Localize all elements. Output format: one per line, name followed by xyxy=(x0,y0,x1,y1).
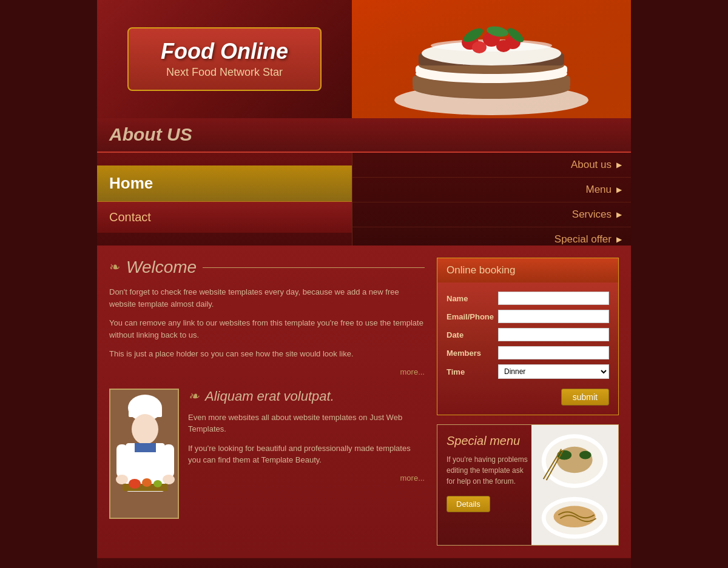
nav-services[interactable]: Services ▶ xyxy=(352,202,631,227)
aliquam-p2: If you're looking for beautiful and prof… xyxy=(188,443,425,466)
about-title: About US xyxy=(109,124,192,144)
svg-rect-26 xyxy=(163,444,174,478)
nav-home[interactable]: Home xyxy=(97,165,352,202)
about-banner: About US xyxy=(97,118,631,152)
aliquam-fleur-icon: ❧ xyxy=(188,389,199,404)
nav-arrow-menu: ▶ xyxy=(616,185,622,194)
date-row: Date xyxy=(437,328,618,341)
email-label: Email/Phone xyxy=(447,312,498,321)
time-select[interactable]: Dinner Lunch Breakfast xyxy=(498,364,609,379)
name-input[interactable] xyxy=(498,292,609,305)
svg-point-15 xyxy=(496,40,511,52)
members-row: Members xyxy=(437,346,618,359)
svg-point-31 xyxy=(142,478,152,487)
special-menu-body: If you're having problems editing the te… xyxy=(447,454,528,487)
special-menu-content: Special menu If you're having problems e… xyxy=(437,425,537,521)
booking-header: Online booking xyxy=(437,258,618,282)
members-label: Members xyxy=(447,349,498,358)
chef-text: ❧ Aliquam erat volutpat. Even more websi… xyxy=(188,389,425,495)
content-right: Online booking Name Email/Phone Date Mem… xyxy=(437,258,619,546)
chef-image xyxy=(109,389,179,519)
chef-section: ❧ Aliquam erat volutpat. Even more websi… xyxy=(109,389,425,519)
special-menu-title: Special menu xyxy=(447,434,528,448)
svg-point-28 xyxy=(163,475,175,484)
details-button[interactable]: Details xyxy=(447,496,490,512)
logo-box: Food Online Next Food Network Star xyxy=(127,27,322,91)
svg-point-32 xyxy=(153,480,162,487)
members-input[interactable] xyxy=(498,346,609,359)
nav-about-us[interactable]: About us ▶ xyxy=(352,153,631,178)
submit-button[interactable]: submit xyxy=(561,389,609,406)
svg-point-22 xyxy=(132,414,158,444)
logo-subtitle: Next Food Network Star xyxy=(147,66,302,79)
svg-rect-25 xyxy=(116,444,127,478)
welcome-section-title: ❧ Welcome xyxy=(109,258,425,277)
nav-special-offer[interactable]: Special offer ▶ xyxy=(352,227,631,252)
nav-arrow-about: ▶ xyxy=(616,161,622,169)
svg-point-14 xyxy=(472,41,487,53)
nav-arrow-special: ▶ xyxy=(616,235,622,244)
nav-right: About us ▶ Menu ▶ Services ▶ Special off… xyxy=(352,153,631,246)
special-menu-box: Special menu If you're having problems e… xyxy=(437,424,619,546)
welcome-p2: You can remove any link to our websites … xyxy=(109,317,425,341)
aliquam-title: ❧ Aliquam erat volutpat. xyxy=(188,389,425,404)
svg-point-38 xyxy=(579,451,592,459)
svg-rect-24 xyxy=(135,443,156,452)
time-label: Time xyxy=(447,367,498,376)
fleur-icon: ❧ xyxy=(109,259,120,275)
chef-body: Even more websites all about website tem… xyxy=(188,412,425,466)
food-image xyxy=(531,425,618,545)
welcome-heading: Welcome xyxy=(126,258,197,277)
date-label: Date xyxy=(447,330,498,339)
nav-arrow-services: ▶ xyxy=(616,210,622,219)
date-input[interactable] xyxy=(498,328,609,341)
aliquam-p1: Even more websites all about website tem… xyxy=(188,412,425,435)
nav-left: Home Contact xyxy=(97,153,352,246)
booking-box: Online booking Name Email/Phone Date Mem… xyxy=(437,258,619,415)
email-input[interactable] xyxy=(498,310,609,323)
logo-title: Food Online xyxy=(147,39,302,64)
welcome-p3: This is just a place holder so you can s… xyxy=(109,348,425,360)
nav-contact[interactable]: Contact xyxy=(97,202,352,233)
svg-point-27 xyxy=(116,475,128,484)
svg-point-30 xyxy=(129,479,141,489)
navigation: Home Contact About us ▶ Menu ▶ Services … xyxy=(97,152,631,246)
welcome-p1: Don't forget to check free website templ… xyxy=(109,286,425,310)
content-left: ❧ Welcome Don't forget to check free web… xyxy=(109,258,437,546)
logo-area: Food Online Next Food Network Star xyxy=(97,0,352,118)
name-row: Name xyxy=(437,292,618,305)
welcome-body: Don't forget to check free website templ… xyxy=(109,286,425,360)
email-row: Email/Phone xyxy=(437,310,618,323)
welcome-more-link[interactable]: more... xyxy=(109,367,425,376)
main-content: ❧ Welcome Don't forget to check free web… xyxy=(97,246,631,558)
name-label: Name xyxy=(447,294,498,303)
time-row: Time Dinner Lunch Breakfast xyxy=(437,364,618,379)
submit-row: submit xyxy=(437,384,618,406)
welcome-divider xyxy=(203,267,425,268)
aliquam-more-link[interactable]: more... xyxy=(188,473,425,483)
footer: Home | About Us | Menu | Service | Speci… xyxy=(97,558,631,568)
header-food-image xyxy=(352,0,631,118)
nav-menu[interactable]: Menu ▶ xyxy=(352,178,631,202)
